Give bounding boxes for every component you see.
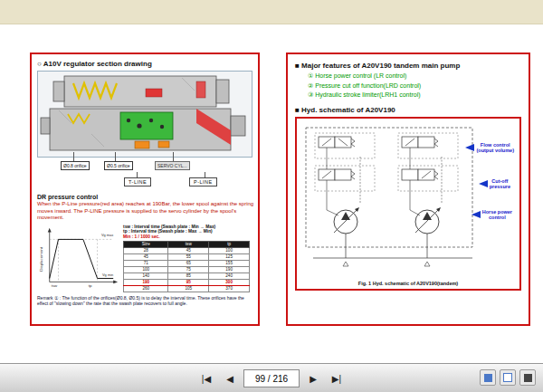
graph-ylabel: Displacement	[39, 246, 43, 271]
interval-time-section: Displacement Vg max Vg min tsw tp tsw : …	[37, 225, 252, 292]
schematic-box: Flow control (output volume) Cut-off pre…	[295, 117, 521, 291]
callout-line	[115, 152, 116, 161]
regulator-diagram-area: Ø0.8 orifice Ø0.5 orifice SERVO CYL... T…	[37, 71, 252, 192]
note-tp: tp : Interval time (Swash plate : Max → …	[123, 229, 252, 234]
servo-cyl-label: SERVO CYL...	[155, 161, 190, 170]
label-cutoff-pressure: Cut-off pressure	[479, 178, 510, 190]
single-page-view-icon[interactable]	[500, 369, 516, 386]
orifice-08-label: Ø0.8 orifice	[61, 161, 90, 170]
regulator-section-diagram	[37, 71, 252, 158]
left-arrow-icon	[472, 211, 481, 218]
page-number-input[interactable]	[243, 369, 300, 387]
note-unit: Min : 1 / 1000 sec.	[123, 234, 252, 239]
features-list: ① Horse power control (LR control) ② Pre…	[295, 72, 521, 99]
label-flow-control: Flow control (output volume)	[465, 142, 514, 154]
table-row: 7165155	[124, 260, 250, 266]
col-size: Size	[124, 241, 168, 247]
label-horse-power: Horse power control	[472, 209, 512, 221]
feature-item-lr: ① Horse power control (LR control)	[308, 72, 521, 80]
graph-tsw-label: tsw	[52, 283, 58, 288]
remark-text: Remark ① : The function of the orifices(…	[37, 295, 254, 307]
first-page-button[interactable]: |◀	[196, 369, 216, 387]
hydraulic-schematic	[304, 124, 481, 271]
viewer-toolbar: |◀ ◀ ▶ ▶|	[0, 363, 543, 392]
previous-page-button[interactable]: ◀	[220, 369, 240, 387]
right-page: ■ Major features of A20V190 tandem main …	[286, 53, 530, 326]
fit-screen-icon[interactable]	[519, 369, 536, 386]
interval-time-table: Size tsw tp 2845100 4555125 7165155 1007…	[123, 241, 250, 292]
dr-pressure-text: When the P-Line pressure(red area) reach…	[37, 201, 254, 222]
col-tp: tp	[209, 241, 250, 247]
orifice-05-label: Ø0.5 orifice	[104, 161, 133, 170]
figure-caption: Fig. 1 Hyd. schematic of A20V190(tandem)	[297, 281, 519, 286]
left-page-title: ○ A10V regulator section drawing	[37, 60, 252, 68]
next-page-button[interactable]: ▶	[303, 369, 323, 387]
toolbar-view-icons	[480, 369, 536, 386]
callout-line	[173, 152, 174, 161]
table-row: 4555125	[124, 253, 250, 260]
t-line-label: T-LINE	[124, 177, 151, 186]
interval-notes: tsw : Interval time (Swash plate : Min →…	[123, 225, 252, 292]
table-row-highlighted: 19095300	[124, 279, 250, 285]
page-header-band	[0, 0, 543, 24]
pdf-viewer: ○ A10V regulator section drawing	[0, 0, 543, 392]
callout-line	[73, 152, 74, 161]
feature-item-lrh1: ③ Hydraulic stroke limiter(LRH1 control)	[308, 91, 521, 99]
table-row: 14085240	[124, 272, 250, 279]
displacement-time-graph: Displacement Vg max Vg min tsw tp	[37, 225, 119, 290]
table-row: 260105370	[124, 285, 250, 292]
col-tsw: tsw	[168, 241, 209, 247]
dr-pressure-heading: DR pressure control	[37, 194, 252, 200]
schematic-title: ■ Hyd. schematic of A20V190	[295, 106, 521, 114]
graph-vgmax-label: Vg max	[101, 233, 113, 237]
graph-tp-label: tp	[89, 283, 92, 288]
features-title: ■ Major features of A20V190 tandem main …	[295, 62, 521, 70]
graph-vgmin-label: Vg min	[102, 272, 113, 276]
thumbnails-view-icon[interactable]	[480, 369, 496, 386]
table-row: 2845100	[124, 247, 250, 253]
feature-item-lrd: ② Pressure cut off function(LRD control)	[308, 82, 521, 90]
table-row: 10075190	[124, 266, 250, 272]
last-page-button[interactable]: ▶|	[327, 369, 347, 387]
left-arrow-icon	[465, 144, 474, 151]
left-page: ○ A10V regulator section drawing	[30, 53, 260, 326]
left-arrow-icon	[479, 180, 488, 187]
document-page-area: ○ A10V regulator section drawing	[0, 24, 543, 363]
p-line-label: P-LINE	[189, 177, 217, 186]
